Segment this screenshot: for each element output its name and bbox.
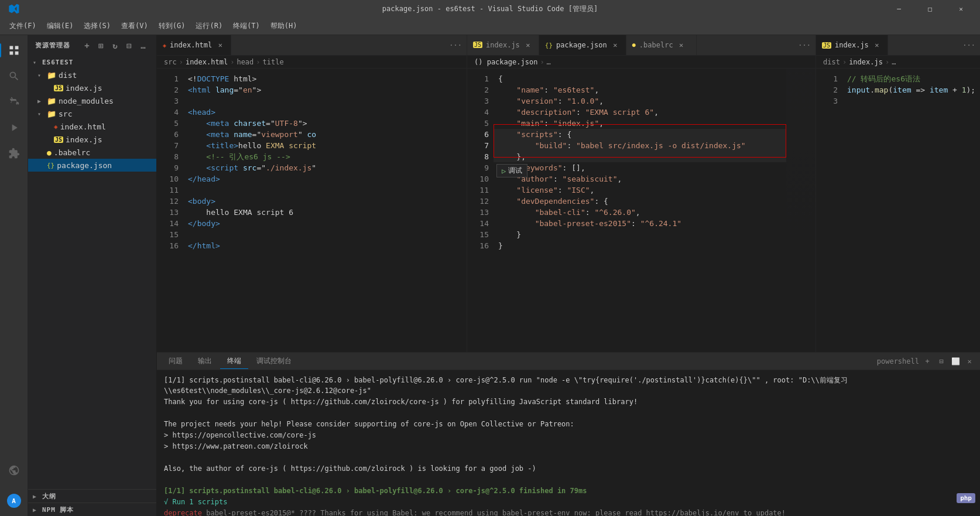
bottom-panel-tabs: 问题 输出 终端 调试控制台 powershell + ⊟ ⬜ ✕	[157, 353, 980, 370]
bc-packagejson: () package.json	[474, 58, 537, 66]
menu-file[interactable]: 文件(F)	[5, 19, 41, 33]
menu-goto[interactable]: 转到(G)	[154, 19, 190, 33]
refresh-icon[interactable]: ↻	[109, 40, 121, 52]
extensions-activity-icon[interactable]	[4, 143, 25, 164]
remote-activity-icon[interactable]	[4, 460, 25, 481]
tab-close-indexjs-mid[interactable]: ✕	[523, 40, 533, 50]
tree-item-dist-indexjs[interactable]: ▶ JS index.js	[28, 81, 156, 94]
tree-item-node-modules[interactable]: ▶ 📁 node_modules	[28, 94, 156, 107]
maximize-panel-button[interactable]: ⬜	[950, 356, 961, 367]
terminal-line-blank3	[164, 474, 973, 485]
source-control-activity-icon[interactable]	[4, 91, 25, 112]
code-left[interactable]: <!DOCTYPE html> <html lang="en"> <head> …	[183, 69, 437, 352]
account-activity-icon[interactable]: A	[4, 490, 25, 511]
line-numbers-right: 123	[816, 69, 842, 352]
tab-close-indexhtml[interactable]: ✕	[215, 40, 225, 50]
sidebar-header: 资源管理器 + ⊞ ↻ ⊟ …	[28, 35, 156, 56]
json-tab-icon: {}	[545, 42, 553, 49]
terminal-line-3: The project needs your help! Please cons…	[164, 419, 973, 429]
tab-dist-indexjs[interactable]: JS index.js ✕	[816, 35, 888, 55]
tab-terminal[interactable]: 终端	[220, 354, 248, 369]
explorer-activity-icon[interactable]	[4, 40, 25, 61]
js-icon: JS	[54, 85, 63, 91]
tab-indexjs-middle[interactable]: JS index.js ✕	[467, 35, 539, 55]
terminal-line-8: √ Run 1 scripts	[164, 497, 973, 507]
terminal-line-1: [1/1] scripts.postinstall babel-cli@6.26…	[164, 375, 973, 396]
tab-close-babelrc[interactable]: ✕	[677, 40, 686, 50]
minimize-button[interactable]: ─	[886, 0, 912, 18]
collapse-icon[interactable]: ⊟	[124, 40, 135, 52]
tab-indexhtml[interactable]: ◈ index.html ✕	[157, 35, 231, 55]
terminal-line-blank2	[164, 452, 973, 463]
folder-icon-src: 📁	[47, 110, 56, 118]
new-file-icon[interactable]: +	[81, 40, 93, 52]
tree-root[interactable]: ▾ ES6TEST	[28, 56, 156, 69]
run-activity-icon[interactable]	[4, 117, 25, 138]
terminal-line-7: [1/1] scripts.postinstall babel-cli@6.26…	[164, 486, 973, 496]
tree-arrow-node-modules: ▶	[37, 98, 47, 104]
menu-terminal[interactable]: 终端(T)	[228, 19, 265, 33]
html-tab-icon: ◈	[163, 42, 166, 49]
tab-debug-console[interactable]: 调试控制台	[249, 354, 299, 369]
tab-label-packagejson: package.json	[556, 41, 607, 49]
activity-bar: A	[0, 35, 28, 516]
tab-packagejson[interactable]: {} package.json ✕	[539, 35, 626, 55]
bottom-panel: 问题 输出 终端 调试控制台 powershell + ⊟ ⬜ ✕ [1/1] …	[157, 352, 980, 516]
tree-item-src[interactable]: ▾ 📁 src	[28, 107, 156, 120]
tree-label-dist-indexjs: index.js	[66, 84, 102, 93]
menu-run[interactable]: 运行(R)	[191, 19, 227, 33]
middle-pane-tabs: JS index.js ✕ {} package.json ✕ ● .babel…	[467, 35, 815, 56]
outline-label: 大纲	[42, 492, 56, 501]
tree-item-src-indexjs[interactable]: ▶ JS index.js	[28, 133, 156, 146]
close-button[interactable]: ✕	[948, 0, 974, 18]
bc-title: title	[263, 58, 284, 66]
code-right[interactable]: // 转码后的es6语法 input.map(item => item + 1)…	[842, 69, 980, 352]
outline-arrow: ▶	[33, 493, 42, 500]
tree-arrow-root: ▾	[33, 59, 42, 66]
tab-close-dist-indexjs[interactable]: ✕	[872, 40, 882, 50]
npm-scripts-toggle[interactable]: ▶ NPM 脚本	[28, 503, 156, 516]
tab-more-middle[interactable]: ···	[796, 35, 813, 55]
tab-problems[interactable]: 问题	[162, 354, 190, 369]
bc-dist-indexjs: index.js	[849, 58, 883, 66]
tree-item-babelrc[interactable]: ▶ ● .babelrc	[28, 146, 156, 159]
tree-item-packagejson[interactable]: ▶ {} package.json	[28, 159, 156, 172]
editor-pane-left: ◈ index.html ✕ ··· src › index.html › he…	[157, 35, 467, 352]
menu-help[interactable]: 帮助(H)	[266, 19, 302, 33]
editor-pane-middle: JS index.js ✕ {} package.json ✕ ● .babel…	[467, 35, 816, 352]
window-controls[interactable]: ─ □ ✕	[886, 0, 974, 18]
html-icon: ◈	[54, 123, 58, 131]
terminal-line-4: > https://opencollective.com/core-js	[164, 430, 973, 440]
code-middle[interactable]: { "name": "es6test", "version": "1.0.0",…	[494, 69, 786, 352]
editor-content-middle: 12345 678 9101112 13141516 { "name": "es…	[467, 69, 815, 352]
minimap-middle	[786, 69, 815, 352]
split-terminal-button[interactable]: ⊟	[936, 356, 947, 367]
tree-item-dist[interactable]: ▾ 📁 dist	[28, 69, 156, 81]
menu-edit[interactable]: 编辑(E)	[42, 19, 78, 33]
editor-pane-right: JS index.js ✕ ··· dist › index.js › …	[816, 35, 980, 352]
maximize-button[interactable]: □	[917, 0, 943, 18]
bc-dots: …	[547, 58, 551, 66]
tab-output[interactable]: 输出	[191, 354, 219, 369]
debug-tooltip[interactable]: ▷ 调试	[496, 164, 527, 177]
terminal-line-5: > https://www.patreon.com/zloirock	[164, 441, 973, 452]
tab-more-left[interactable]: ···	[447, 35, 464, 55]
tree-item-src-indexhtml[interactable]: ▶ ◈ index.html	[28, 120, 156, 133]
menu-view[interactable]: 查看(V)	[116, 19, 153, 33]
line-numbers-middle: 12345 678 9101112 13141516	[467, 69, 494, 352]
tree-arrow-dist: ▾	[37, 72, 47, 78]
tab-more-right[interactable]: ···	[960, 35, 978, 55]
tab-close-packagejson[interactable]: ✕	[611, 40, 620, 50]
close-panel-button[interactable]: ✕	[964, 356, 975, 367]
tab-babelrc[interactable]: ● .babelrc ✕	[626, 35, 697, 55]
new-terminal-button[interactable]: +	[921, 356, 933, 367]
search-activity-icon[interactable]	[4, 66, 25, 87]
more-actions-icon[interactable]: …	[138, 40, 149, 52]
terminal-content[interactable]: [1/1] scripts.postinstall babel-cli@6.26…	[157, 370, 980, 516]
bc-dist: dist	[823, 58, 840, 66]
new-folder-icon[interactable]: ⊞	[95, 40, 107, 52]
terminal-type: powershell	[877, 357, 919, 365]
menu-select[interactable]: 选择(S)	[79, 19, 115, 33]
outline-toggle[interactable]: ▶ 大纲	[28, 490, 156, 503]
line-numbers-left: 12345 678910 111213141516	[157, 69, 183, 352]
